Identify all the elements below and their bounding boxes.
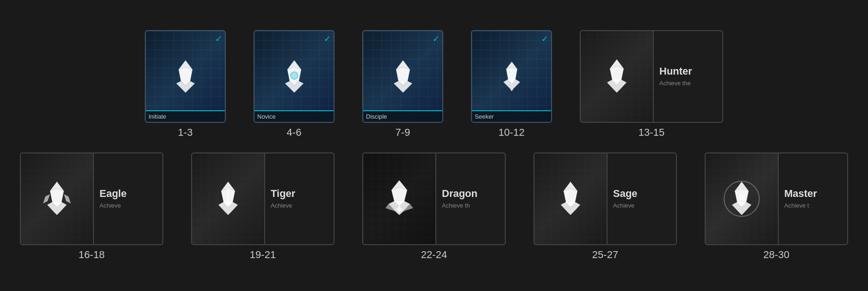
svg-marker-38 <box>732 202 751 215</box>
eagle-title: Eagle <box>99 188 157 200</box>
svg-marker-15 <box>607 80 626 93</box>
emblem-tiger <box>207 178 249 220</box>
badge-eagle: Eagle Achieve 16-18 <box>20 152 163 261</box>
card-master[interactable]: Master Achieve t <box>705 152 848 245</box>
range-hunter: 13-15 <box>639 127 664 139</box>
range-eagle: 16-18 <box>79 249 105 261</box>
sage-subtitle: Achieve <box>613 202 670 210</box>
card-seeker[interactable]: ✓ Seeker <box>471 30 552 123</box>
row-2: Eagle Achieve 16-18 <box>20 152 848 261</box>
badge-master: Master Achieve t 28-30 <box>705 152 848 261</box>
dragon-icon-part <box>362 152 436 245</box>
dragon-title: Dragon <box>442 188 499 200</box>
range-disciple: 7-9 <box>396 127 410 139</box>
tiger-icon-part <box>191 152 265 245</box>
svg-rect-23 <box>227 188 229 204</box>
name-bar-novice: Novice <box>254 110 334 122</box>
badge-novice: ✓ Novice 4-6 <box>254 30 335 139</box>
dragon-subtitle: Achieve th <box>442 202 499 210</box>
range-initiate: 1-3 <box>178 127 193 139</box>
badge-dragon: Dragon Achieve th 22-24 <box>362 152 506 261</box>
eagle-text-part: Eagle Achieve <box>94 152 163 245</box>
master-title: Master <box>784 188 842 200</box>
eagle-subtitle: Achieve <box>99 202 157 210</box>
badge-grid: ✓ Initiate 1-3 ✓ <box>20 30 848 261</box>
card-hunter[interactable]: Hunter Achieve the <box>580 30 723 123</box>
name-bar-initiate: Initiate <box>146 110 225 122</box>
card-novice[interactable]: ✓ Novice <box>254 30 335 123</box>
master-icon-part <box>705 152 779 245</box>
badge-disciple: ✓ Disciple 7-9 <box>362 30 443 139</box>
svg-marker-20 <box>64 194 71 203</box>
badge-initiate: ✓ Initiate 1-3 <box>145 30 226 139</box>
svg-marker-19 <box>43 194 50 203</box>
range-seeker: 10-12 <box>498 127 524 139</box>
hunter-text-part: Hunter Achieve the <box>654 30 723 123</box>
badge-hunter: Hunter Achieve the 13-15 <box>580 30 723 139</box>
checkmark-icon: ✓ <box>541 34 548 44</box>
hunter-title: Hunter <box>659 65 717 77</box>
card-dragon[interactable]: Dragon Achieve th <box>362 152 506 245</box>
emblem-novice <box>276 58 313 95</box>
sage-text-part: Sage Achieve <box>608 152 677 245</box>
tiger-subtitle: Achieve <box>271 202 328 210</box>
range-tiger: 19-21 <box>250 249 276 261</box>
svg-point-6 <box>291 72 298 79</box>
hunter-subtitle: Achieve the <box>659 79 717 88</box>
emblem-seeker <box>493 58 530 95</box>
tiger-title: Tiger <box>271 188 328 200</box>
range-dragon: 22-24 <box>421 249 447 261</box>
master-text-part: Master Achieve t <box>779 152 848 245</box>
card-sage[interactable]: Sage Achieve <box>533 152 677 245</box>
emblem-sage <box>550 178 591 220</box>
tiger-text-part: Tiger Achieve <box>265 152 335 245</box>
badge-tiger: Tiger Achieve 19-21 <box>191 152 335 261</box>
checkmark-icon: ✓ <box>324 34 331 44</box>
master-subtitle: Achieve t <box>784 202 842 210</box>
emblem-eagle <box>36 178 78 220</box>
svg-marker-12 <box>503 79 520 91</box>
sage-title: Sage <box>613 188 670 200</box>
card-initiate[interactable]: ✓ Initiate <box>145 30 226 123</box>
badge-seeker: ✓ Seeker 10-12 <box>471 30 552 139</box>
range-novice: 4-6 <box>287 127 302 139</box>
emblem-disciple <box>384 58 422 95</box>
row-1: ✓ Initiate 1-3 ✓ <box>145 30 723 139</box>
hunter-icon-part <box>580 30 654 123</box>
sage-icon-part <box>533 152 608 245</box>
checkmark-icon: ✓ <box>215 34 222 44</box>
range-master: 28-30 <box>763 249 789 261</box>
card-tiger[interactable]: Tiger Achieve <box>191 152 335 245</box>
dragon-text-part: Dragon Achieve th <box>436 152 506 245</box>
name-bar-disciple: Disciple <box>363 110 442 122</box>
emblem-master <box>721 178 763 220</box>
emblem-hunter <box>596 56 638 97</box>
range-sage: 25-27 <box>592 249 618 261</box>
eagle-icon-part <box>20 152 94 245</box>
emblem-initiate <box>167 58 204 95</box>
badge-sage: Sage Achieve 25-27 <box>533 152 677 261</box>
card-eagle[interactable]: Eagle Achieve <box>20 152 163 245</box>
svg-point-39 <box>739 195 744 200</box>
svg-marker-24 <box>218 202 238 215</box>
checkmark-icon: ✓ <box>433 34 440 44</box>
emblem-dragon <box>378 178 420 220</box>
card-disciple[interactable]: ✓ Disciple <box>362 30 443 123</box>
name-bar-seeker: Seeker <box>472 110 551 122</box>
svg-marker-18 <box>47 202 67 215</box>
